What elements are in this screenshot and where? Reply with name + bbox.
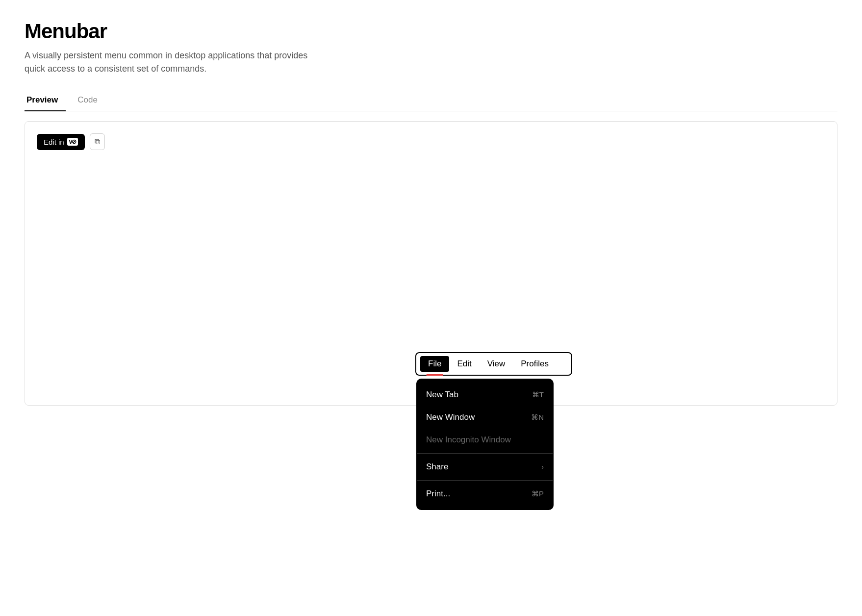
dropdown-label-new-window: New Window <box>426 412 475 422</box>
menubar: File Edit View Profiles New Tab ⌘T New W… <box>415 352 572 376</box>
dropdown-item-new-window[interactable]: New Window ⌘N <box>417 406 553 429</box>
preview-container: Edit in v⊘ ⧉ File Edit View Profiles New… <box>25 121 837 406</box>
toolbar-row: Edit in v⊘ ⧉ <box>37 133 825 150</box>
dropdown-divider-1 <box>417 453 553 454</box>
shortcut-new-window: ⌘N <box>531 413 544 422</box>
dropdown-item-print[interactable]: Print... ⌘P <box>417 483 553 505</box>
dropdown-label-new-incognito: New Incognito Window <box>426 435 511 445</box>
copy-button[interactable]: ⧉ <box>90 133 105 150</box>
page-title: Menubar <box>25 20 837 43</box>
dropdown-menu: New Tab ⌘T New Window ⌘N New Incognito W… <box>416 379 554 510</box>
chevron-right-icon: › <box>541 463 544 471</box>
menu-item-edit[interactable]: Edit <box>449 356 479 372</box>
menu-item-file[interactable]: File <box>420 356 449 372</box>
edit-in-v0-button[interactable]: Edit in v⊘ <box>37 134 85 150</box>
tabs-row: Preview Code <box>25 90 837 111</box>
menubar-wrapper: File Edit View Profiles New Tab ⌘T New W… <box>415 352 572 376</box>
menu-item-view[interactable]: View <box>480 356 513 372</box>
tab-code[interactable]: Code <box>76 90 105 111</box>
dropdown-item-share[interactable]: Share › <box>417 456 553 478</box>
dropdown-item-new-tab[interactable]: New Tab ⌘T <box>417 384 553 406</box>
edit-label: Edit in <box>44 138 64 146</box>
clipboard-icon: ⧉ <box>95 137 100 146</box>
dropdown-divider-2 <box>417 480 553 481</box>
shortcut-new-tab: ⌘T <box>532 390 544 399</box>
tab-preview[interactable]: Preview <box>25 90 66 111</box>
dropdown-label-share: Share <box>426 462 448 472</box>
shortcut-print: ⌘P <box>532 489 544 498</box>
dropdown-label-print: Print... <box>426 489 450 499</box>
v0-logo-icon: v⊘ <box>67 138 78 146</box>
dropdown-item-new-incognito: New Incognito Window <box>417 429 553 451</box>
dropdown-label-new-tab: New Tab <box>426 390 458 400</box>
menu-item-profiles[interactable]: Profiles <box>513 356 557 372</box>
page-description: A visually persistent menu common in des… <box>25 49 309 76</box>
